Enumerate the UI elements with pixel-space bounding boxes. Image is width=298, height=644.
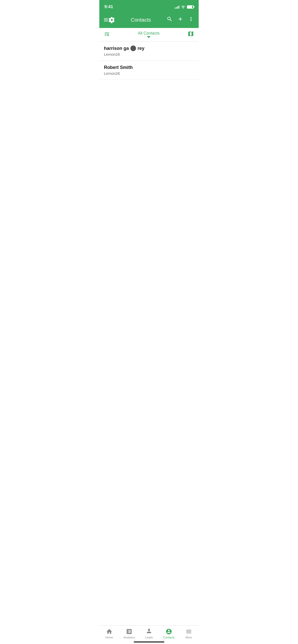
contact-company: Lemon26 (104, 71, 194, 76)
nav-left (104, 17, 115, 23)
contact-item-harrison[interactable]: harrison ga rey Lemon26 (99, 41, 199, 61)
add-button[interactable] (177, 16, 183, 24)
contact-item-robert[interactable]: Robert Smith Lemon26 (99, 61, 199, 80)
contact-company: Lemon26 (104, 52, 194, 56)
page-title: Contacts (115, 17, 167, 23)
contact-name: Robert Smith (104, 65, 194, 70)
map-button[interactable] (187, 31, 194, 39)
status-icons (175, 5, 194, 9)
battery-icon (187, 5, 194, 9)
gear-icon (109, 17, 115, 23)
nav-right (167, 16, 194, 24)
wifi-icon (181, 5, 185, 9)
overflow-menu-button[interactable] (188, 16, 194, 24)
chevron-down-icon (147, 36, 151, 38)
contact-list: harrison ga rey Lemon26 Robert Smith Lem… (99, 41, 199, 80)
filter-selector[interactable]: All Contacts (138, 31, 159, 38)
status-time: 9:41 (104, 4, 113, 9)
filter-label: All Contacts (138, 31, 159, 36)
sort-button[interactable] (104, 31, 110, 38)
content-area (99, 80, 199, 334)
top-nav-bar: Contacts (99, 13, 199, 28)
menu-lines-icon (104, 18, 108, 21)
signal-icon (175, 5, 179, 9)
avatar (130, 46, 136, 51)
status-bar: 9:41 (99, 0, 199, 13)
settings-button[interactable] (104, 17, 115, 23)
filter-bar: All Contacts (99, 28, 199, 41)
contact-name: harrison ga rey (104, 46, 194, 51)
search-button[interactable] (167, 16, 173, 24)
